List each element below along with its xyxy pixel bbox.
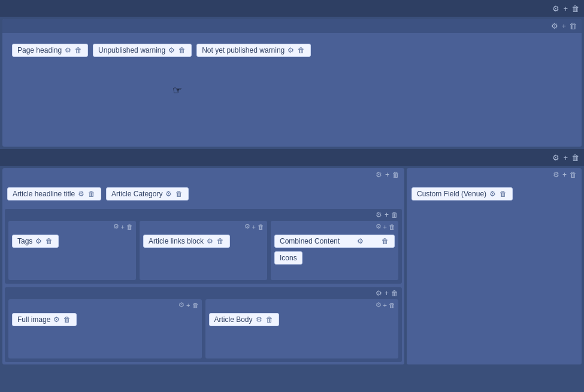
col-combined-content: ⚙ + 🗑 Combined Content ⚙ 🗑	[271, 221, 398, 280]
article-headline-chip: Article headline title ⚙ 🗑	[7, 187, 101, 200]
article-body-chip: Article Body ⚙ 🗑	[209, 313, 279, 326]
custom-field-gear-icon[interactable]: ⚙	[489, 190, 497, 198]
right-panel-plus-icon[interactable]: +	[562, 171, 567, 179]
section2-main-delete-icon[interactable]: 🗑	[571, 153, 579, 162]
section1-toolbar: ⚙ + 🗑	[2, 19, 582, 33]
published-warning-gear-icon[interactable]: ⚙	[287, 46, 295, 54]
section1-content: Page heading ⚙ 🗑 Unpublished warning ⚙ 🗑…	[2, 33, 582, 147]
article-headline-gear-icon[interactable]: ⚙	[77, 190, 85, 198]
subsection2-gear-icon[interactable]: ⚙	[376, 289, 382, 297]
left-panel-delete-icon[interactable]: 🗑	[392, 171, 400, 179]
page-heading-label: Page heading	[17, 46, 62, 54]
col-article-links-delete-icon[interactable]: 🗑	[258, 223, 264, 230]
left-panel-header-chips: Article headline title ⚙ 🗑 Article Categ…	[2, 181, 404, 206]
subsection1-plus-icon[interactable]: +	[385, 211, 389, 219]
subsection2-plus-icon[interactable]: +	[385, 289, 389, 297]
unpublished-warning-label: Unpublished warning	[98, 46, 165, 54]
icons-chip: Icons	[274, 251, 302, 265]
left-panel-plus-icon[interactable]: +	[385, 171, 389, 179]
tags-delete-icon[interactable]: 🗑	[45, 237, 53, 245]
tags-gear-icon[interactable]: ⚙	[35, 237, 43, 245]
col-tags-inner: Tags ⚙ 🗑	[8, 232, 136, 280]
section2-main-plus-icon[interactable]: +	[563, 153, 568, 162]
section2-main-gear-icon[interactable]: ⚙	[552, 153, 559, 162]
article-headline-delete-icon[interactable]: 🗑	[87, 190, 96, 198]
col-combined-toolbar: ⚙ + 🗑	[271, 221, 398, 232]
article-body-delete-icon[interactable]: 🗑	[265, 315, 274, 324]
unpublished-warning-gear-icon[interactable]: ⚙	[168, 46, 175, 54]
article-links-gear-icon[interactable]: ⚙	[206, 237, 214, 245]
col-article-body-delete-icon[interactable]: 🗑	[389, 301, 395, 309]
col-article-body-inner: Article Body ⚙ 🗑	[205, 311, 399, 358]
section2-main-toolbar: ⚙ + 🗑	[0, 149, 584, 166]
col-article-body-plus-icon[interactable]: +	[383, 301, 387, 309]
col-combined-delete-icon[interactable]: 🗑	[389, 223, 395, 230]
article-links-delete-icon[interactable]: 🗑	[216, 237, 225, 245]
custom-field-delete-icon[interactable]: 🗑	[499, 190, 507, 198]
full-image-delete-icon[interactable]: 🗑	[63, 315, 71, 324]
published-warning-delete-icon[interactable]: 🗑	[297, 46, 305, 54]
full-image-gear-icon[interactable]: ⚙	[53, 315, 60, 324]
global-toolbar: ⚙ + 🗑	[0, 0, 584, 17]
article-links-label: Article links block	[149, 237, 204, 245]
section2-area: ⚙ + 🗑 Article headline title ⚙ 🗑 Article…	[0, 166, 584, 367]
col-combined-plus-icon[interactable]: +	[383, 223, 387, 230]
left-panel-gear-icon[interactable]: ⚙	[376, 171, 382, 179]
article-category-delete-icon[interactable]: 🗑	[175, 190, 183, 198]
page-heading-chip: Page heading ⚙ 🗑	[12, 44, 88, 57]
section1-gear-icon[interactable]: ⚙	[551, 22, 558, 31]
subsection2-delete-icon[interactable]: 🗑	[391, 289, 398, 297]
col-full-image-plus-icon[interactable]: +	[186, 301, 190, 309]
cursor-pointer: ☞	[173, 84, 182, 97]
combined-content-gear-icon[interactable]: ⚙	[356, 237, 364, 245]
combined-content-delete-icon[interactable]: 🗑	[381, 237, 389, 245]
article-links-chip: Article links block ⚙ 🗑	[143, 235, 230, 248]
icons-label: Icons	[280, 254, 297, 262]
custom-field-chip: Custom Field (Venue) ⚙ 🗑	[411, 187, 513, 200]
col-full-image-delete-icon[interactable]: 🗑	[192, 301, 199, 309]
unpublished-warning-delete-icon[interactable]: 🗑	[178, 46, 186, 54]
article-category-gear-icon[interactable]: ⚙	[165, 190, 173, 198]
published-warning-chip: Not yet published warning ⚙ 🗑	[196, 44, 311, 57]
combined-content-chip: Combined Content ⚙ 🗑	[274, 235, 395, 248]
left-panel: ⚙ + 🗑 Article headline title ⚙ 🗑 Article…	[2, 168, 404, 364]
custom-field-label: Custom Field (Venue)	[417, 190, 486, 198]
subsection2-cols: ⚙ + 🗑 Full image ⚙ 🗑	[8, 299, 398, 358]
right-panel-delete-icon[interactable]: 🗑	[570, 171, 577, 179]
subsection2: ⚙ + 🗑 ⚙ + 🗑	[5, 287, 402, 362]
global-delete-icon[interactable]: 🗑	[571, 4, 579, 13]
col-article-links-gear-icon[interactable]: ⚙	[244, 223, 250, 230]
section1-plus-icon[interactable]: +	[561, 22, 566, 31]
right-panel-chips: Custom Field (Venue) ⚙ 🗑	[407, 181, 582, 206]
col-tags-plus-icon[interactable]: +	[121, 223, 125, 230]
subsection1-inner: ⚙ + 🗑 Tags ⚙ 🗑	[5, 221, 402, 284]
subsection1-delete-icon[interactable]: 🗑	[391, 211, 398, 219]
col-article-links-inner: Article links block ⚙ 🗑	[140, 232, 267, 280]
full-image-chip: Full image ⚙ 🗑	[12, 313, 77, 326]
col-article-links-plus-icon[interactable]: +	[252, 223, 256, 230]
col-combined-gear-icon[interactable]: ⚙	[376, 223, 382, 230]
col-tags-gear-icon[interactable]: ⚙	[113, 223, 119, 230]
page-heading-gear-icon[interactable]: ⚙	[64, 46, 72, 54]
article-category-label: Article Category	[111, 190, 162, 198]
subsection1-gear-icon[interactable]: ⚙	[376, 211, 382, 219]
section2-container: ⚙ + 🗑 ⚙ + 🗑 Article headline title ⚙ 🗑 A…	[0, 149, 584, 367]
col-tags: ⚙ + 🗑 Tags ⚙ 🗑	[8, 221, 136, 280]
article-body-gear-icon[interactable]: ⚙	[255, 315, 263, 324]
col-full-image-gear-icon[interactable]: ⚙	[178, 301, 184, 309]
col-tags-delete-icon[interactable]: 🗑	[126, 223, 133, 230]
global-gear-icon[interactable]: ⚙	[552, 4, 559, 13]
right-panel-toolbar: ⚙ + 🗑	[407, 168, 582, 181]
subsection1-toolbar: ⚙ + 🗑	[5, 209, 402, 221]
col-article-body-toolbar: ⚙ + 🗑	[205, 299, 399, 311]
col-article-links: ⚙ + 🗑 Article links block ⚙ 🗑	[140, 221, 267, 280]
full-image-label: Full image	[17, 315, 50, 324]
published-warning-label: Not yet published warning	[202, 46, 285, 54]
col-article-body-gear-icon[interactable]: ⚙	[376, 301, 382, 309]
global-plus-icon[interactable]: +	[563, 4, 568, 13]
section1-delete-icon[interactable]: 🗑	[569, 22, 577, 31]
col-full-image: ⚙ + 🗑 Full image ⚙ 🗑	[8, 299, 202, 358]
subsection2-toolbar: ⚙ + 🗑	[5, 287, 402, 299]
page-heading-delete-icon[interactable]: 🗑	[74, 46, 83, 54]
right-panel-gear-icon[interactable]: ⚙	[553, 171, 559, 179]
